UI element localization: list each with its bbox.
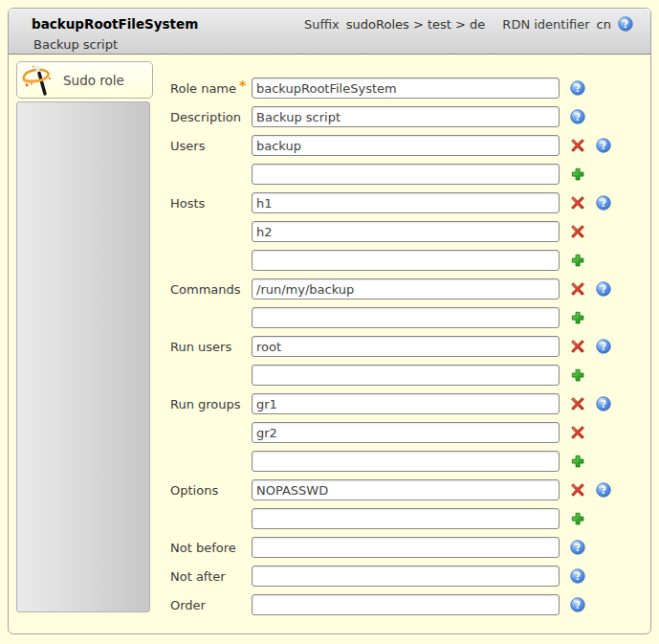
svg-text:?: ? [575, 599, 581, 611]
rdn-info: RDN identifier cn ? [502, 16, 633, 32]
svg-text:?: ? [601, 484, 606, 496]
delete-icon[interactable] [570, 482, 585, 498]
rdn-value: cn [597, 17, 611, 32]
add-icon[interactable] [570, 167, 585, 182]
field-label: Not after [170, 569, 252, 584]
form-row: Users? [170, 135, 611, 156]
help-icon[interactable]: ? [570, 540, 585, 555]
users-input-1[interactable] [252, 135, 560, 156]
entry-subtitle: Backup script [32, 37, 633, 52]
run-users-input-1[interactable] [252, 336, 560, 357]
form-row [170, 164, 611, 185]
form-row [170, 508, 611, 529]
delete-icon[interactable] [570, 281, 585, 297]
svg-text:?: ? [575, 570, 581, 582]
suffix-value: sudoRoles > test > de [346, 17, 486, 32]
help-icon[interactable]: ? [596, 281, 611, 297]
rdn-label: RDN identifier [502, 17, 589, 32]
suffix-info: Suffix sudoRoles > test > de [304, 17, 485, 32]
help-icon[interactable]: ? [596, 339, 611, 354]
form-row [170, 365, 611, 386]
form-row: Role name*? [170, 78, 611, 99]
run-groups-input-2[interactable] [252, 422, 560, 443]
role-name-label: Role name [170, 81, 236, 96]
commands-input-1[interactable] [252, 278, 560, 300]
run-groups-label: Run groups [170, 397, 241, 411]
users-new-input[interactable] [252, 164, 560, 185]
not-after-input[interactable] [252, 566, 560, 587]
field-label: Run users [170, 340, 252, 354]
field-label: Not before [170, 541, 252, 555]
suffix-label: Suffix [304, 17, 340, 32]
hosts-new-input[interactable] [252, 250, 560, 271]
form-row [170, 422, 611, 443]
help-icon[interactable]: ? [596, 138, 611, 153]
form-row [170, 451, 611, 472]
help-icon[interactable]: ? [596, 482, 611, 498]
delete-icon[interactable] [570, 339, 585, 354]
role-name-input[interactable] [252, 78, 560, 99]
field-label: Role name* [170, 80, 252, 96]
form-row: Hosts? [170, 192, 611, 213]
sudo-role-form: Role name*?Description?Users?Hosts?Comma… [170, 61, 611, 633]
help-icon[interactable]: ? [570, 597, 585, 612]
users-label: Users [170, 139, 205, 153]
hosts-input-2[interactable] [252, 221, 560, 242]
options-input-1[interactable] [252, 479, 560, 500]
options-label: Options [170, 483, 218, 498]
form-row: Options? [170, 479, 611, 500]
add-icon[interactable] [570, 253, 585, 268]
add-icon[interactable] [570, 310, 585, 325]
delete-icon[interactable] [570, 195, 585, 211]
form-row: Order? [170, 594, 611, 615]
not-before-input[interactable] [252, 537, 560, 558]
hosts-input-1[interactable] [252, 192, 560, 213]
field-label: Options [170, 483, 252, 498]
help-icon[interactable]: ? [570, 109, 585, 124]
svg-text:?: ? [575, 542, 581, 553]
delete-icon[interactable] [570, 396, 585, 411]
svg-text:?: ? [601, 197, 606, 209]
svg-text:?: ? [601, 398, 606, 410]
form-row: Description? [170, 106, 611, 127]
header-top-row: backupRootFileSystem Suffix sudoRoles > … [32, 15, 633, 33]
svg-text:?: ? [601, 341, 606, 352]
field-label: Commands [170, 282, 252, 297]
options-new-input[interactable] [252, 508, 560, 529]
help-icon[interactable]: ? [596, 396, 611, 411]
delete-icon[interactable] [570, 425, 585, 440]
help-icon[interactable]: ? [570, 80, 585, 96]
hosts-label: Hosts [170, 196, 205, 211]
svg-text:?: ? [575, 111, 581, 122]
delete-icon[interactable] [570, 138, 585, 153]
add-icon[interactable] [570, 454, 585, 469]
tab-sudo-role-label: Sudo role [63, 73, 124, 88]
order-input[interactable] [252, 594, 560, 615]
not-before-label: Not before [170, 541, 236, 555]
run-groups-new-input[interactable] [252, 451, 560, 472]
form-row [170, 307, 611, 328]
run-users-new-input[interactable] [252, 365, 560, 386]
delete-icon[interactable] [570, 224, 585, 239]
sudo-role-window: backupRootFileSystem Suffix sudoRoles > … [8, 8, 651, 634]
required-marker: * [239, 78, 246, 93]
not-after-label: Not after [170, 569, 226, 584]
magic-wand-icon [20, 63, 55, 98]
description-input[interactable] [252, 106, 560, 127]
content-area: Sudo role Role name*?Description?Users?H… [9, 55, 650, 633]
form-row: Run users? [170, 336, 611, 357]
run-groups-input-1[interactable] [252, 393, 560, 414]
help-icon[interactable]: ? [570, 568, 585, 584]
add-icon[interactable] [570, 367, 585, 383]
add-icon[interactable] [570, 511, 585, 526]
sidebar-panel [16, 101, 150, 612]
help-icon[interactable]: ? [618, 16, 633, 32]
entry-header: backupRootFileSystem Suffix sudoRoles > … [9, 9, 650, 55]
commands-new-input[interactable] [252, 307, 560, 328]
field-label: Run groups [170, 397, 252, 411]
form-row [170, 221, 611, 242]
help-icon[interactable]: ? [596, 195, 611, 211]
svg-text:?: ? [601, 140, 606, 151]
tab-sudo-role[interactable]: Sudo role [16, 61, 153, 99]
description-label: Description [170, 110, 241, 124]
